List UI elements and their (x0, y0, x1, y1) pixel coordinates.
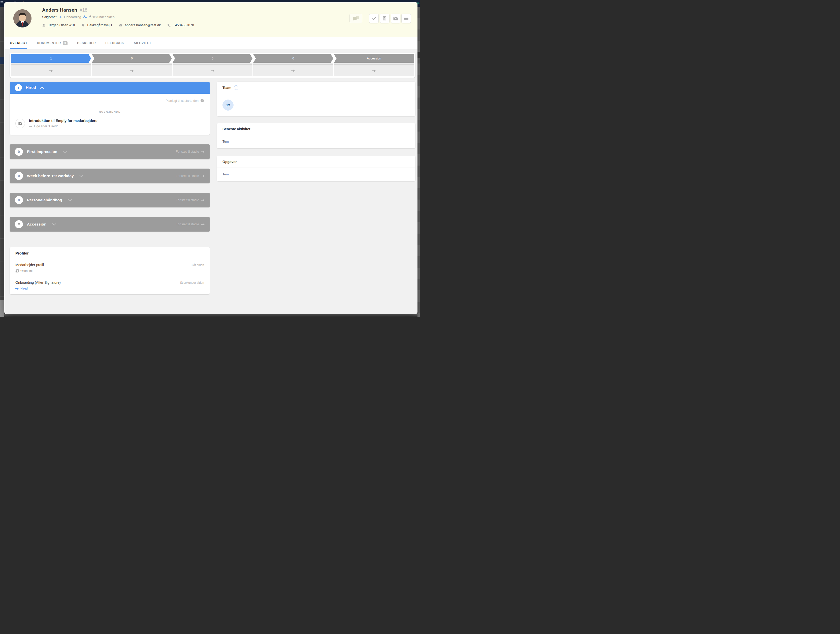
screen: Emply on Anders Hansen #18 (0, 0, 420, 317)
department-icon (15, 269, 19, 273)
arrow-right-icon (372, 69, 376, 72)
tab-bar: OVERSIGT DOKUMENTER3 BESKEDER FEEDBACK A… (4, 37, 417, 49)
employee-profile-modal: Anders Hansen #18 Salgschef Onboarding f… (4, 2, 417, 314)
arrow-right-icon (201, 199, 205, 202)
email: anders.hansen@test.dk (125, 23, 161, 27)
pulse-icon (83, 15, 87, 19)
hamburger-icon (404, 17, 408, 20)
stage-count-badge: 1 (15, 84, 22, 91)
stage-first-impression[interactable]: 0 First Impression Fortsæt til stadie (10, 144, 210, 159)
profile-row-title: Onboarding (After Signature) (15, 280, 61, 285)
documents-button[interactable] (380, 14, 390, 23)
tab-dokumenter[interactable]: DOKUMENTER3 (37, 37, 68, 49)
phone: +4534567878 (173, 23, 194, 27)
chevron-down-icon (52, 223, 56, 226)
status-label: Onboarding (64, 15, 81, 19)
employee-name: Anders Hansen (42, 7, 77, 13)
pipeline-segment-2[interactable]: 0 (92, 54, 172, 63)
chat-bubbles-icon (353, 16, 359, 21)
tab-oversigt[interactable]: OVERSIGT (10, 37, 27, 49)
underlying-right-strip (417, 7, 420, 317)
advance-stage-3-button[interactable] (172, 65, 253, 76)
onboarding-item[interactable]: Introduktion til Emply for medarbejdere … (15, 119, 204, 128)
check-icon (372, 16, 376, 21)
profiler-card: Profiler Medarbejder profil 3 år siden Ø… (10, 247, 210, 294)
tab-beskeder[interactable]: BESKEDER (77, 37, 96, 49)
profile-row-tag: Hired (21, 287, 28, 290)
approve-button[interactable] (369, 14, 379, 23)
team-member-avatar[interactable]: JO (223, 100, 234, 111)
stage-week-before[interactable]: 0 Week before 1st workday Fortsæt til st… (10, 169, 210, 183)
continue-to-stage-button[interactable]: Fortsæt til stadie (176, 198, 205, 202)
recent-activity-card: Seneste aktivitet Tom (217, 123, 415, 149)
underlying-left-strip (0, 7, 4, 317)
tab-feedback[interactable]: FEEDBACK (105, 37, 124, 49)
arrow-right-icon (49, 69, 53, 72)
stage-title: Personalehåndbog (27, 198, 62, 202)
phone-icon (167, 24, 171, 27)
stage-count-badge: 0 (15, 172, 23, 180)
planned-start-label: Planlagt til at starte den (166, 99, 199, 103)
menu-icon (0, 1, 3, 5)
messages-button[interactable] (349, 14, 362, 23)
advance-stage-5-button[interactable] (334, 65, 414, 76)
activity-label: få sekunder siden (89, 15, 115, 19)
advance-stage-1-button[interactable] (11, 65, 91, 76)
arrow-right-icon (201, 175, 205, 177)
stage-count-badge: 0 (15, 148, 23, 156)
profile-row-time: 3 år siden (191, 263, 204, 267)
clock-icon[interactable] (200, 99, 204, 103)
tasks-card: Opgaver Tom (217, 156, 415, 181)
chevron-down-icon (79, 175, 84, 177)
flag-icon (15, 220, 23, 228)
stage-count-badge: 0 (15, 196, 23, 204)
pipeline-segment-4[interactable]: 0 (253, 54, 333, 63)
job-title: Salgschef (42, 15, 57, 19)
arrow-right-icon (58, 15, 62, 19)
avatar (13, 9, 32, 27)
stage-title: Hired (26, 85, 36, 90)
stages-column: 1 Hired Planlagt til at starte den NUVÆR… (10, 82, 210, 294)
mail-button[interactable] (391, 14, 400, 23)
more-menu-button[interactable] (401, 14, 411, 23)
location-pin-icon (81, 24, 85, 27)
stage-pipeline-card: 1 0 0 0 Accession (10, 53, 415, 77)
profile-info: Anders Hansen #18 Salgschef Onboarding f… (42, 7, 194, 27)
profile-row-tag: Økonomi (21, 269, 33, 273)
stage-hired-card: 1 Hired Planlagt til at starte den NUVÆR… (10, 82, 210, 135)
continue-to-stage-button[interactable]: Fortsæt til stadie (176, 174, 205, 178)
advance-stage-4-button[interactable] (253, 65, 333, 76)
recent-activity-title: Seneste aktivitet (217, 123, 415, 135)
person-icon (42, 24, 46, 27)
arrow-right-icon (201, 150, 205, 153)
current-divider: NUVÆRENDE (15, 110, 204, 113)
advance-stage-2-button[interactable] (92, 65, 172, 76)
team-card: Team i JO (217, 82, 415, 116)
chevron-up-icon (40, 87, 44, 89)
stage-hired-body: Planlagt til at starte den NUVÆRENDE Int… (10, 94, 210, 135)
stage-accession[interactable]: Accession Fortsæt til stadie (10, 217, 210, 232)
pipeline-segment-accession[interactable]: Accession (334, 54, 414, 63)
stage-personalehandbog[interactable]: 0 Personalehåndbog Fortsæt til stadie (10, 193, 210, 207)
side-column: Team i JO Seneste aktivitet Tom Opgaver (217, 82, 415, 294)
stage-hired-header[interactable]: 1 Hired (10, 82, 210, 94)
profile-row-medarbejder[interactable]: Medarbejder profil 3 år siden Økonomi (10, 259, 210, 277)
profiler-title: Profiler (10, 247, 210, 259)
pipeline-segment-3[interactable]: 0 (172, 54, 253, 63)
dokumenter-count-badge: 3 (63, 41, 68, 45)
profile-row-onboarding[interactable]: Onboarding (After Signature) få sekunder… (10, 277, 210, 294)
tab-aktivitet[interactable]: AKTIVITET (134, 37, 152, 49)
continue-to-stage-button[interactable]: Fortsæt til stadie (176, 150, 205, 153)
pipeline-segment-hired[interactable]: 1 (11, 54, 91, 63)
arrow-right-icon (130, 69, 134, 72)
continue-to-stage-button[interactable]: Fortsæt til stadie (176, 223, 205, 226)
document-icon (382, 16, 387, 21)
recent-activity-body: Tom (217, 135, 415, 149)
onboarding-item-subtitle: Lige efter "Hired" (34, 125, 58, 128)
mail-circle-icon (15, 119, 25, 128)
chevron-down-icon (63, 151, 67, 153)
info-icon[interactable]: i (234, 85, 238, 90)
envelope-icon (119, 24, 122, 27)
underlying-bottom-strip (4, 314, 417, 317)
onboarding-item-title: Introduktion til Emply for medarbejdere (29, 119, 98, 123)
